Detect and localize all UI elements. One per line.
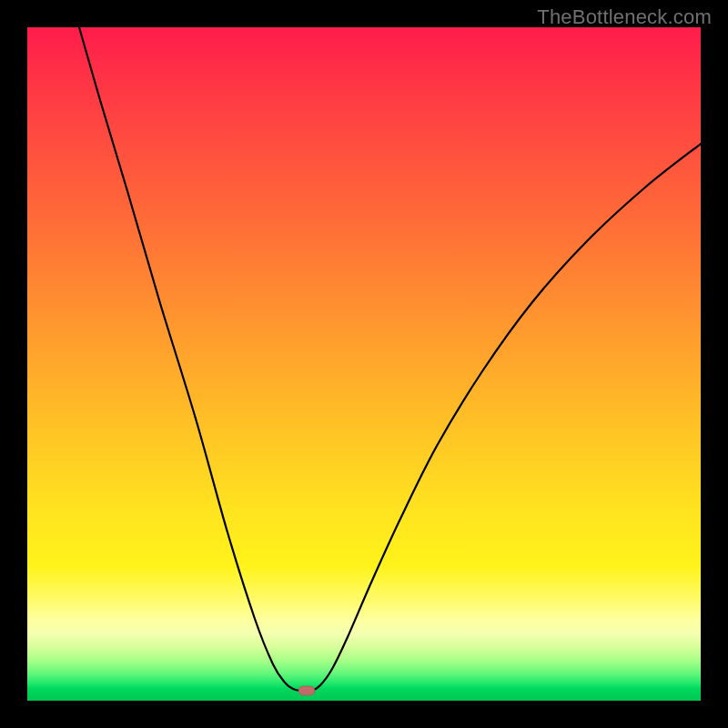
bottleneck-curve <box>79 27 701 692</box>
watermark-text: TheBottleneck.com <box>537 5 712 29</box>
curve-layer <box>27 27 701 701</box>
chart-frame: TheBottleneck.com <box>0 0 728 728</box>
optimal-point-marker <box>298 686 315 695</box>
plot-area <box>27 27 701 701</box>
